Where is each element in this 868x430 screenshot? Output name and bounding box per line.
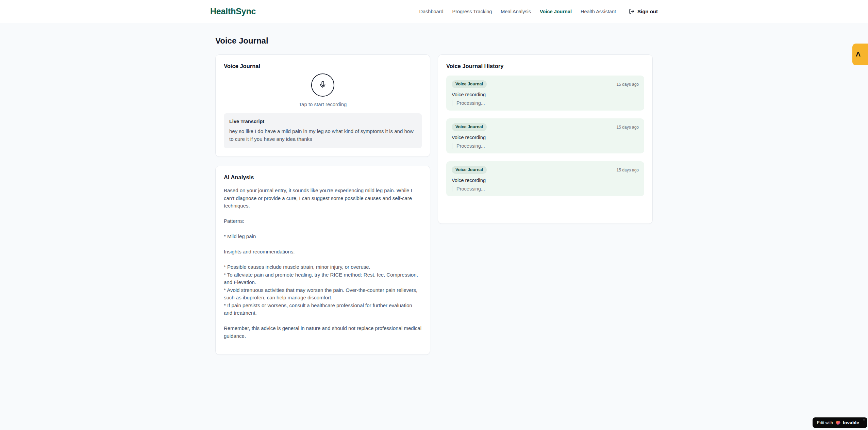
app-header: HealthSync Dashboard Progress Tracking M… bbox=[0, 0, 868, 23]
page-title: Voice Journal bbox=[215, 36, 653, 46]
recorder-card-title: Voice Journal bbox=[224, 63, 422, 69]
live-transcript-text: hey so like I do have a mild pain in my … bbox=[229, 128, 416, 143]
ai-analysis-title: AI Analysis bbox=[224, 174, 422, 181]
recording-label: Voice recording bbox=[452, 92, 639, 97]
history-card-title: Voice Journal History bbox=[446, 63, 644, 69]
processing-status: Processing... bbox=[452, 143, 639, 149]
nav-item-progress-tracking[interactable]: Progress Tracking bbox=[452, 9, 492, 14]
history-timestamp: 15 days ago bbox=[617, 125, 639, 130]
processing-status: Processing... bbox=[452, 100, 639, 106]
nav-item-meal-analysis[interactable]: Meal Analysis bbox=[501, 9, 531, 14]
record-button[interactable] bbox=[311, 73, 334, 97]
top-nav: Dashboard Progress Tracking Meal Analysi… bbox=[419, 9, 658, 14]
sign-out-button[interactable]: Sign out bbox=[629, 9, 658, 14]
history-timestamp: 15 days ago bbox=[617, 168, 639, 172]
main-content: Voice Journal Voice Journal bbox=[215, 36, 653, 355]
lambda-logo-icon: Λ bbox=[856, 51, 861, 58]
sign-out-label: Sign out bbox=[637, 9, 658, 14]
voice-journal-history-card: Voice Journal History Voice Journal 15 d… bbox=[438, 54, 653, 224]
voice-recorder-card: Voice Journal Tap to start recording bbox=[215, 54, 430, 157]
edit-with-lovable-badge[interactable]: Edit with lovable × bbox=[813, 417, 867, 428]
recording-label: Voice recording bbox=[452, 135, 639, 140]
lovable-label: lovable bbox=[843, 420, 859, 425]
log-out-icon bbox=[629, 9, 635, 14]
history-item[interactable]: Voice Journal 15 days ago Voice recordin… bbox=[446, 161, 644, 196]
voice-journal-badge: Voice Journal bbox=[452, 80, 487, 88]
history-item[interactable]: Voice Journal 15 days ago Voice recordin… bbox=[446, 118, 644, 153]
tap-to-record-hint: Tap to start recording bbox=[299, 101, 347, 107]
heart-icon bbox=[835, 420, 840, 425]
live-transcript-box: Live Transcript hey so like I do have a … bbox=[224, 113, 422, 148]
processing-status: Processing... bbox=[452, 186, 639, 192]
healthsync-logo[interactable]: HealthSync bbox=[210, 6, 256, 16]
voice-journal-badge: Voice Journal bbox=[452, 123, 487, 131]
history-timestamp: 15 days ago bbox=[617, 82, 639, 87]
amber-side-tag[interactable]: Λ bbox=[852, 44, 868, 65]
recording-label: Voice recording bbox=[452, 178, 639, 183]
close-icon[interactable]: × bbox=[863, 418, 865, 421]
edit-with-label: Edit with bbox=[817, 420, 833, 425]
history-list: Voice Journal 15 days ago Voice recordin… bbox=[446, 76, 644, 196]
live-transcript-title: Live Transcript bbox=[229, 119, 416, 124]
ai-analysis-card: AI Analysis Based on your journal entry,… bbox=[215, 166, 430, 355]
nav-item-dashboard[interactable]: Dashboard bbox=[419, 9, 444, 14]
history-item[interactable]: Voice Journal 15 days ago Voice recordin… bbox=[446, 76, 644, 111]
ai-analysis-body: Based on your journal entry, it sounds l… bbox=[224, 187, 422, 340]
nav-item-health-assistant[interactable]: Health Assistant bbox=[581, 9, 616, 14]
microphone-icon bbox=[319, 81, 327, 89]
voice-journal-badge: Voice Journal bbox=[452, 166, 487, 174]
nav-item-voice-journal[interactable]: Voice Journal bbox=[540, 9, 572, 14]
